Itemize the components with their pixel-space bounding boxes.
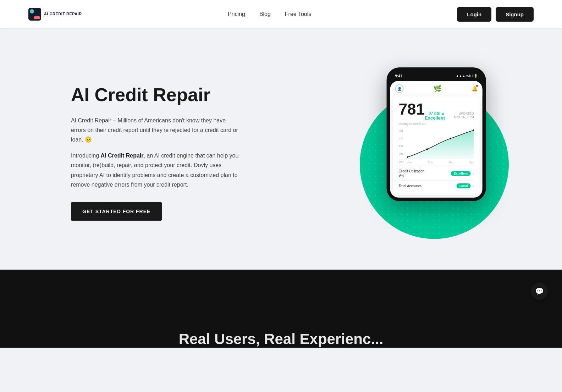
- nav-link-blog[interactable]: Blog: [259, 11, 271, 17]
- chat-icon: 💬: [535, 287, 544, 296]
- phone-time: 9:41: [395, 74, 402, 78]
- hero-right: 9:41 ▲▲▲ WiFi 🔋 👤 🌿 🔔 781: [349, 60, 519, 245]
- pts-direction: ▲: [441, 111, 445, 115]
- phone-inner: 👤 🌿 🔔 781 37 pts ▲: [390, 81, 483, 198]
- bottom-section: Real Users, Real Experienc...: [0, 270, 562, 348]
- credit-score: 781: [399, 101, 425, 117]
- nav-link-free-tools[interactable]: Free Tools: [285, 11, 311, 17]
- phone-notch: [426, 71, 447, 76]
- hero-section: AI Credit Repair AI Credit Repair – Mill…: [0, 28, 562, 270]
- chart-svg: [407, 128, 474, 159]
- total-accounts-badge: Good: [457, 183, 471, 188]
- updated-label: UPDATED: [454, 112, 474, 115]
- hero-desc2-prefix: Introducing: [71, 153, 101, 159]
- updated-info: UPDATED May, 26, 2023: [454, 112, 474, 119]
- vantage-label: VantageScore® 3.0: [399, 122, 474, 126]
- nav-links: Pricing Blog Free Tools: [228, 11, 311, 17]
- total-accounts-info: Total Accounts: [399, 184, 422, 188]
- login-button[interactable]: Login: [457, 7, 491, 22]
- updated-date: May, 26, 2023: [454, 115, 474, 119]
- logo: AI CREDIT REPAIR: [28, 8, 82, 21]
- phone-notch-bar: 9:41 ▲▲▲ WiFi 🔋: [390, 71, 483, 81]
- phone-logo-leaf: 🌿: [434, 85, 441, 93]
- credit-utilization-badge-wrap: Excellent ›: [451, 171, 474, 176]
- credit-utilization-badge: Excellent: [451, 171, 471, 176]
- score-pts: 37 pts ▲: [425, 111, 445, 115]
- y-label-1: 756: [399, 137, 403, 140]
- logo-text: AI CREDIT REPAIR: [44, 12, 82, 16]
- score-rating: Excellent: [425, 115, 445, 121]
- score-row: 781 37 pts ▲ Excellent UPDATED May, 26, …: [399, 101, 474, 121]
- credit-utilization-label: Credit Utilization: [399, 169, 425, 173]
- credit-utilization-info: Credit Utilization 9%: [399, 169, 425, 177]
- pts-value: 37 pts: [429, 111, 440, 115]
- phone-header: 👤 🌿 🔔: [390, 81, 483, 96]
- total-accounts-label: Total Accounts: [399, 184, 422, 188]
- phone-mockup: 9:41 ▲▲▲ WiFi 🔋 👤 🌿 🔔 781: [387, 67, 486, 201]
- hero-desc1: AI Credit Repair – Millions of Americans…: [71, 116, 241, 145]
- credit-utilization-value: 9%: [399, 173, 425, 177]
- phone-notification-dot: [476, 85, 478, 87]
- y-label-0: 781: [399, 129, 403, 132]
- hero-title: AI Credit Repair: [71, 84, 241, 106]
- credit-utilization-row: Credit Utilization 9% Excellent ›: [399, 166, 474, 180]
- score-right: 37 pts ▲ Excellent: [425, 111, 445, 121]
- x-label-feb: Feb: [428, 161, 433, 164]
- phone-bell-wrapper: 🔔: [472, 85, 478, 92]
- chart-x-labels: Jan Feb Mar Apr: [407, 161, 474, 164]
- chevron-icon-1: ›: [473, 184, 474, 188]
- y-label-3: 705: [399, 152, 403, 155]
- x-label-jan: Jan: [407, 161, 412, 164]
- phone-avatar: 👤: [395, 84, 404, 93]
- nav-link-pricing[interactable]: Pricing: [228, 11, 245, 17]
- cta-button[interactable]: GET STARTED FOR FREE: [71, 202, 162, 221]
- chevron-icon-0: ›: [473, 171, 474, 175]
- chart-dot-2: [450, 138, 451, 139]
- chart-svg-wrap: [407, 128, 474, 159]
- chart-dot-1: [426, 148, 428, 150]
- x-label-apr: Apr: [469, 161, 474, 164]
- total-accounts-badge-wrap: Good ›: [457, 183, 474, 188]
- chart-area: [407, 130, 474, 159]
- y-label-4: 680: [399, 160, 403, 163]
- y-label-2: 731: [399, 145, 403, 148]
- nav-actions: Login Signup: [457, 7, 534, 22]
- hero-desc2-bold: AI Credit Repair: [101, 153, 144, 159]
- x-label-mar: Mar: [448, 161, 453, 164]
- navbar: AI CREDIT REPAIR Pricing Blog Free Tools…: [0, 0, 562, 28]
- dashboard-card: 781 37 pts ▲ Excellent UPDATED May, 26, …: [393, 96, 480, 195]
- phone-signal: ▲▲▲ WiFi 🔋: [456, 74, 478, 78]
- chat-widget[interactable]: 💬: [531, 283, 548, 300]
- hero-desc2: Introducing AI Credit Repair, an AI cred…: [71, 151, 241, 189]
- chart-y-labels: 781 756 731 705 680: [399, 128, 403, 164]
- signup-button[interactable]: Signup: [496, 7, 534, 22]
- credit-chart: 781 756 731 705 680: [399, 128, 474, 164]
- bottom-heading: Real Users, Real Experienc...: [179, 316, 384, 348]
- total-accounts-row: Total Accounts Good ›: [399, 180, 474, 191]
- logo-icon: [28, 8, 41, 21]
- hero-left: AI Credit Repair AI Credit Repair – Mill…: [71, 84, 241, 221]
